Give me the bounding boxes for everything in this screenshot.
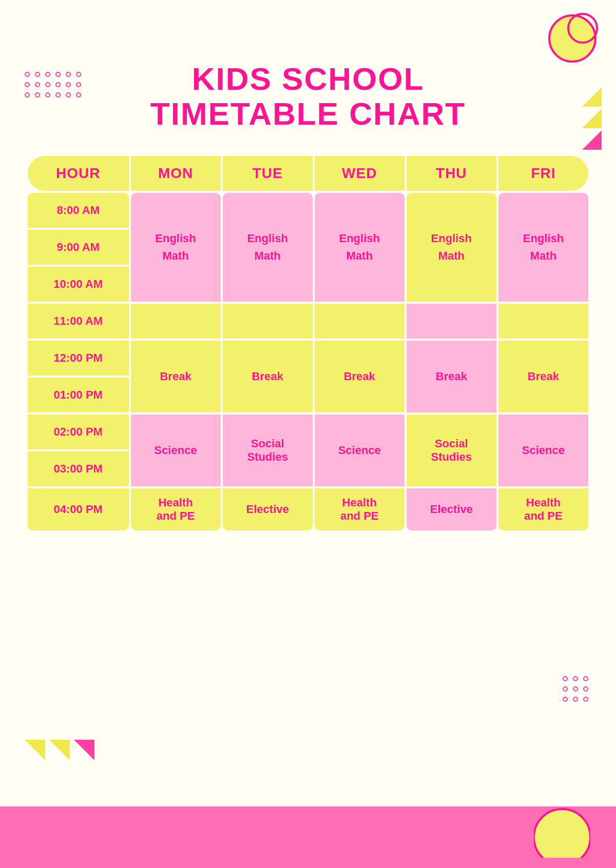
timetable-container: HOUR MON TUE WED THU FRI 8:00 AM English…: [26, 154, 590, 532]
fri-math-label: Math: [504, 249, 583, 263]
tue-english-math: English Math: [223, 193, 313, 302]
dot-small: [573, 697, 578, 702]
triangle-bottom-yellow-1: [25, 740, 45, 760]
wed-health-pe: Healthand PE: [315, 488, 405, 530]
header-tue: TUE: [223, 156, 313, 191]
mon-math-label: Math: [136, 249, 216, 263]
hour-200pm: 02:00 PM: [28, 415, 129, 449]
dot-small: [583, 686, 588, 692]
thu-math-label: Math: [412, 249, 491, 263]
wed-math-label: Math: [320, 249, 399, 263]
hour-400pm: 04:00 PM: [28, 488, 129, 530]
thu-english-label: English: [412, 232, 491, 245]
tue-social-studies-label: SocialStudies: [228, 437, 307, 464]
hour-800: 8:00 AM: [28, 193, 129, 228]
tue-break: Break: [223, 341, 313, 412]
hour-1000: 10:00 AM: [28, 267, 129, 302]
table-row-1200: 12:00 PM Break Break Break Break Break: [28, 341, 588, 376]
hour-1100: 11:00 AM: [28, 304, 129, 339]
fri-empty-1100: [498, 304, 588, 339]
timetable: HOUR MON TUE WED THU FRI 8:00 AM English…: [26, 154, 590, 532]
wed-english-math: English Math: [315, 193, 405, 302]
mon-health-pe: Healthand PE: [131, 488, 221, 530]
dot-small: [583, 697, 588, 702]
fri-break: Break: [498, 341, 588, 412]
dot-small: [583, 676, 588, 681]
table-row-1100: 11:00 AM: [28, 304, 588, 339]
deco-dots-bottom-right: [563, 676, 590, 704]
hour-100pm: 01:00 PM: [28, 378, 129, 412]
triangle-bottom-pink-1: [74, 740, 94, 760]
title-line2: TIMETABLE CHART: [0, 96, 616, 131]
dot-small: [573, 686, 578, 692]
header-fri: FRI: [498, 156, 588, 191]
fri-health-pe: Healthand PE: [498, 488, 588, 530]
tue-elective: Elective: [223, 488, 313, 530]
deco-triangles-bottom-left: [25, 740, 94, 760]
mon-empty-1100: [131, 304, 221, 339]
deco-circles-top-right: [544, 10, 601, 67]
hour-1200: 12:00 PM: [28, 341, 129, 376]
mon-science-label: Science: [136, 444, 216, 457]
wed-science: Science: [315, 415, 405, 486]
thu-break: Break: [407, 341, 496, 412]
wed-science-label: Science: [320, 444, 399, 457]
triangle-bottom-yellow-2: [49, 740, 70, 760]
tue-english-label: English: [228, 232, 307, 245]
table-row-400pm: 04:00 PM Healthand PE Elective Healthand…: [28, 488, 588, 530]
dot-small: [563, 686, 568, 692]
tue-break-label: Break: [228, 370, 307, 383]
tue-social-studies: SocialStudies: [223, 415, 313, 486]
pink-footer: [0, 806, 616, 868]
thu-social-studies: SocialStudies: [407, 415, 496, 486]
wed-health-pe-label: Healthand PE: [320, 496, 399, 523]
main-title: KIDS SCHOOL TIMETABLE CHART: [0, 62, 616, 131]
fri-english-label: English: [504, 232, 583, 245]
wed-break-label: Break: [320, 370, 399, 383]
thu-empty-1100: [407, 304, 496, 339]
thu-english-math: English Math: [407, 193, 496, 302]
thu-social-studies-label: SocialStudies: [412, 437, 491, 464]
dot-small: [573, 676, 578, 681]
tue-empty-1100: [223, 304, 313, 339]
tue-math-label: Math: [228, 249, 307, 263]
thu-elective-label: Elective: [412, 503, 491, 516]
mon-science: Science: [131, 415, 221, 486]
fri-break-label: Break: [504, 370, 583, 383]
table-row-200pm: 02:00 PM Science SocialStudies Science S…: [28, 415, 588, 449]
mon-break: Break: [131, 341, 221, 412]
title-section: KIDS SCHOOL TIMETABLE CHART: [0, 62, 616, 131]
thu-break-label: Break: [412, 370, 491, 383]
fri-science: Science: [498, 415, 588, 486]
mon-health-pe-label: Healthand PE: [136, 496, 216, 523]
mon-break-label: Break: [136, 370, 216, 383]
dot-small: [563, 676, 568, 681]
fri-english-math: English Math: [498, 193, 588, 302]
fri-science-label: Science: [504, 444, 583, 457]
header-row: HOUR MON TUE WED THU FRI: [28, 156, 588, 191]
hour-300pm: 03:00 PM: [28, 451, 129, 486]
wed-break: Break: [315, 341, 405, 412]
fri-health-pe-label: Healthand PE: [504, 496, 583, 523]
hour-900: 9:00 AM: [28, 230, 129, 265]
thu-elective: Elective: [407, 488, 496, 530]
triangle-pink-1: [582, 130, 602, 150]
mon-english-label: English: [136, 232, 216, 245]
header-hour: HOUR: [28, 156, 129, 191]
wed-empty-1100: [315, 304, 405, 339]
table-row-800: 8:00 AM English Math English Math Englis…: [28, 193, 588, 228]
mon-english-math: English Math: [131, 193, 221, 302]
header-mon: MON: [131, 156, 221, 191]
header-thu: THU: [407, 156, 496, 191]
dot-small: [563, 697, 568, 702]
wed-english-label: English: [320, 232, 399, 245]
deco-circle-bottom-right: [534, 801, 590, 858]
header-wed: WED: [315, 156, 405, 191]
title-line1: KIDS SCHOOL: [0, 62, 616, 96]
tue-elective-label: Elective: [228, 503, 307, 516]
